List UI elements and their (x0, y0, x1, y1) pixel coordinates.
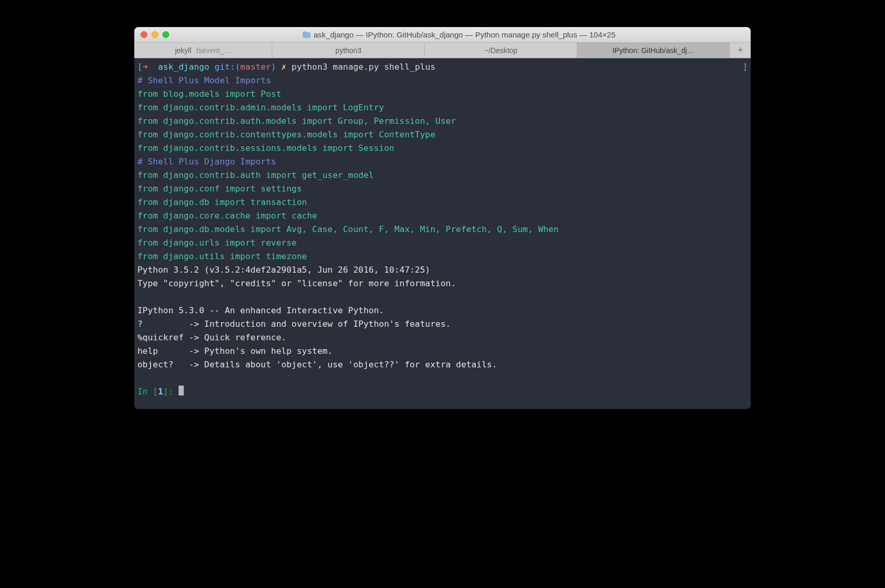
terminal-window: ask_django — IPython: GitHub/ask_django … (134, 27, 751, 409)
minimize-icon[interactable] (151, 31, 158, 38)
output-line: Type "copyright", "credits" or "license"… (137, 278, 456, 288)
prompt-arrow-icon: ➜ (143, 62, 158, 72)
new-tab-button[interactable]: + (730, 43, 751, 58)
prompt-dirty-icon: ✗ (281, 62, 286, 72)
output-line: from django.core.cache import cache (137, 211, 317, 221)
tab-ipython-active[interactable]: IPython: GitHub/ask_dj… (577, 43, 730, 58)
window-title-group: ask_django — IPython: GitHub/ask_django … (173, 30, 744, 39)
output-line: from django.db.models import Avg, Case, … (137, 224, 559, 234)
folder-icon (302, 31, 311, 38)
tab-python3[interactable]: python3 (272, 43, 425, 58)
output-line: %quickref -> Quick reference. (137, 333, 286, 342)
tab-desktop[interactable]: ~/Desktop (425, 43, 577, 58)
output-line: ? -> Introduction and overview of IPytho… (137, 319, 451, 329)
output-line: from django.utils import timezone (137, 251, 307, 261)
terminal-body[interactable]: [➜ ask_django git:(master) ✗ python3 man… (134, 58, 751, 409)
in-num: 1 (158, 387, 163, 397)
output-line: help -> Python's own help system. (137, 346, 333, 356)
output-line: from blog.models import Post (137, 89, 281, 99)
tab-bar: jekyll fsevent_… python3 ~/Desktop IPyth… (134, 43, 751, 58)
window-title: ask_django — IPython: GitHub/ask_django … (314, 30, 616, 39)
output-line: from django.urls import reverse (137, 238, 297, 248)
prompt-left-bracket: [ (137, 62, 143, 72)
traffic-lights (141, 31, 169, 38)
prompt-git-label: git:( (209, 62, 240, 72)
prompt-right-bracket: ] (742, 60, 748, 74)
ipython-in-prompt: In [1]: (137, 387, 179, 397)
prompt-branch: master (240, 62, 271, 72)
zoom-icon[interactable] (162, 31, 169, 38)
output-line: object? -> Details about 'object', use '… (137, 360, 497, 369)
output-line: from django.contrib.auth import get_user… (137, 170, 374, 180)
output-line: from django.contrib.contenttypes.models … (137, 130, 435, 139)
output-line: from django.db import transaction (137, 197, 307, 207)
titlebar[interactable]: ask_django — IPython: GitHub/ask_django … (134, 27, 751, 43)
in-post: ]: (163, 387, 179, 397)
cursor-icon (179, 386, 184, 395)
tab-sub-jekyll: jekyll (175, 46, 191, 55)
output-line: from django.contrib.sessions.models impo… (137, 143, 394, 153)
output-line: from django.contrib.admin.models import … (137, 103, 384, 112)
output-line: # Shell Plus Model Imports (137, 75, 271, 85)
output-line: from django.conf import settings (137, 184, 302, 194)
prompt-command: python3 manage.py shell_plus (286, 62, 435, 72)
tab-sub-fsevent: fsevent_… (196, 46, 231, 55)
output-line: from django.contrib.auth.models import G… (137, 116, 456, 126)
tab-jekyll-fsevent[interactable]: jekyll fsevent_… (134, 43, 272, 58)
close-icon[interactable] (141, 31, 147, 38)
output-line: IPython 5.3.0 -- An enhanced Interactive… (137, 305, 384, 315)
prompt-git-close: ) (271, 62, 282, 72)
in-pre: In [ (137, 387, 158, 397)
prompt-dir: ask_django (158, 62, 209, 72)
output-line: Python 3.5.2 (v3.5.2:4def2a2901a5, Jun 2… (137, 265, 430, 275)
output-line: # Shell Plus Django Imports (137, 157, 276, 167)
